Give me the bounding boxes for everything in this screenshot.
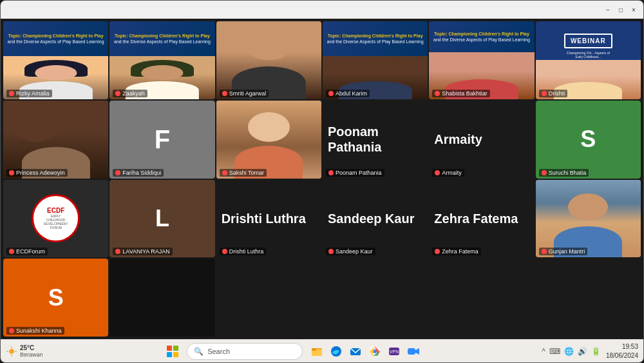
name-lavaniya: LAVANIYA RAJAN bbox=[113, 248, 173, 255]
mail-icon[interactable] bbox=[349, 345, 362, 358]
avatar-fariha: F bbox=[109, 101, 214, 179]
banner-subtext-2: and the Diverse Aspects of Play Based Le… bbox=[114, 39, 211, 44]
banner-text-4: Topic: Championing Children's Right to P… bbox=[434, 31, 529, 37]
name-sakshi: Sakshi Tomar bbox=[220, 169, 267, 177]
keyboard-icon[interactable]: ⌨ bbox=[549, 347, 560, 356]
webinar-badge: WEBINAR bbox=[564, 34, 612, 48]
mic-icon-18 bbox=[542, 249, 547, 254]
taskbar-center: 🔍 Search bbox=[48, 342, 538, 360]
mic-icon-7 bbox=[9, 170, 14, 175]
mic-icon-15 bbox=[222, 249, 227, 254]
participant-cell-abdulkarim[interactable]: Topic: Championing Children's Right to P… bbox=[323, 21, 428, 99]
participant-cell-poonam[interactable]: Poonam Pathania Poonam Pathania bbox=[323, 101, 428, 179]
edge-icon[interactable] bbox=[330, 345, 343, 358]
mic-icon-3 bbox=[222, 91, 227, 96]
mic-icon-16 bbox=[328, 249, 334, 254]
name-poonam: Poonam Pathania bbox=[326, 169, 384, 177]
search-bar[interactable]: 🔍 Search bbox=[187, 343, 303, 360]
name-drishti-l: Drishti Luthra bbox=[220, 248, 267, 255]
maximize-button[interactable]: □ bbox=[616, 5, 625, 14]
name-sunakshi: Sunakshi Khanna bbox=[6, 327, 64, 335]
svg-rect-14 bbox=[408, 348, 415, 355]
mic-icon-4 bbox=[328, 91, 334, 96]
mic-icon-11 bbox=[435, 170, 440, 175]
battery-icon[interactable]: 🔋 bbox=[591, 347, 601, 356]
participant-cell-ecdforum[interactable]: ECDF EARLYCHILDHOODDEVELOPMENTFORUM ECDF… bbox=[3, 180, 108, 258]
participant-cell-zaakyah[interactable]: Topic: Championing Children's Right to P… bbox=[109, 21, 214, 99]
weather-icon bbox=[6, 346, 17, 357]
mic-icon-8 bbox=[115, 170, 120, 175]
taskbar: 25°C Berawan 🔍 Search bbox=[1, 339, 643, 362]
avatar-suruchi: S bbox=[536, 101, 641, 179]
network-icon[interactable]: 🌐 bbox=[564, 347, 574, 356]
taskbar-right: ^ ⌨ 🌐 🔊 🔋 19:53 18/06/2024 bbox=[542, 342, 638, 360]
zoom-icon[interactable] bbox=[407, 345, 420, 358]
weather-widget[interactable]: 25°C Berawan bbox=[6, 344, 44, 358]
participant-cell-zehra[interactable]: Zehra Fatema Zehra Fatema bbox=[429, 180, 534, 258]
large-name-sandeep: Sandeep Kaur bbox=[328, 211, 414, 226]
name-fariha: Fariha Siddiqui bbox=[113, 169, 164, 177]
participant-cell-princess[interactable]: Princess Adewoyin bbox=[3, 101, 108, 179]
chrome-icon[interactable] bbox=[368, 345, 381, 358]
name-gunjan: Gunjan Mantri bbox=[539, 248, 588, 255]
calendar-date: 18/06/2024 bbox=[606, 351, 638, 360]
mic-icon bbox=[9, 91, 14, 96]
taskbar-left: 25°C Berawan bbox=[6, 344, 44, 358]
mic-icon-17 bbox=[435, 249, 440, 254]
participant-cell-shabista[interactable]: Topic: Championing Children's Right to P… bbox=[429, 21, 534, 99]
mic-icon-2 bbox=[115, 91, 120, 96]
time-date-display[interactable]: 19:53 18/06/2024 bbox=[606, 342, 638, 360]
clock: 19:53 bbox=[606, 342, 638, 351]
large-name-armaity: Armaity bbox=[434, 132, 482, 147]
window-frame: − □ × Topic: Championing Children's Righ… bbox=[0, 0, 644, 363]
chevron-icon[interactable]: ^ bbox=[542, 347, 545, 356]
main-area: Topic: Championing Children's Right to P… bbox=[1, 19, 643, 362]
system-tray: ^ ⌨ 🌐 🔊 🔋 bbox=[542, 347, 601, 356]
name-zehra: Zehra Fatema bbox=[432, 248, 481, 255]
file-explorer-icon[interactable] bbox=[310, 345, 323, 358]
avatar-sunakshi: S bbox=[3, 259, 108, 337]
volume-icon[interactable]: 🔊 bbox=[578, 347, 587, 356]
participant-cell-drishti[interactable]: WEBINAR Championing Chi... Aspects ofEar… bbox=[536, 21, 641, 99]
banner-subtext-4: and the Diverse Aspects of Play Based Le… bbox=[433, 37, 530, 43]
banner-text-1: Topic: Championing Children's Right to P… bbox=[8, 33, 104, 39]
vpn-icon[interactable]: VPN bbox=[388, 345, 401, 358]
participant-cell-fariha[interactable]: F Fariha Siddiqui bbox=[109, 101, 214, 179]
mic-icon-6 bbox=[542, 91, 547, 96]
mic-icon-9 bbox=[222, 170, 227, 175]
participant-cell-sakshi[interactable]: Sakshi Tomar bbox=[216, 101, 321, 179]
participant-cell-rizky[interactable]: Topic: Championing Children's Right to P… bbox=[3, 21, 108, 99]
name-smriti: Smriti Agarwal bbox=[220, 90, 269, 97]
large-name-zehra: Zehra Fatema bbox=[434, 211, 518, 226]
start-button[interactable] bbox=[164, 342, 182, 360]
banner-subtext-1: and the Diverse Aspects of Play Based Le… bbox=[8, 39, 104, 44]
windows-logo bbox=[167, 346, 178, 357]
participant-cell-drishti-l[interactable]: Drishti Luthra Drishti Luthra bbox=[216, 180, 321, 258]
large-name-poonam: Poonam bbox=[328, 124, 379, 139]
participant-cell-smriti[interactable]: Smriti Agarwal bbox=[216, 21, 321, 99]
video-grid: Topic: Championing Children's Right to P… bbox=[1, 19, 643, 339]
search-icon: 🔍 bbox=[194, 347, 204, 356]
participant-cell-gunjan[interactable]: Gunjan Mantri bbox=[536, 180, 641, 258]
ecdf-logo: ECDF EARLYCHILDHOODDEVELOPMENTFORUM bbox=[32, 194, 80, 242]
name-suruchi: Suruchi Bhatia bbox=[539, 169, 589, 177]
participant-cell-suruchi[interactable]: S Suruchi Bhatia bbox=[536, 101, 641, 179]
mic-icon-10 bbox=[328, 170, 334, 175]
close-button[interactable]: × bbox=[629, 5, 638, 14]
weather-city: Berawan bbox=[20, 351, 43, 358]
name-drishti: Drishti bbox=[539, 90, 568, 97]
participant-cell-sandeep[interactable]: Sandeep Kaur Sandeep Kaur bbox=[323, 180, 428, 258]
mic-icon-14 bbox=[115, 249, 120, 254]
banner-text-3: Topic: Championing Children's Right to P… bbox=[328, 33, 423, 39]
empty-cell bbox=[109, 259, 214, 337]
svg-point-0 bbox=[9, 349, 14, 354]
banner-subtext-3: and the Diverse Aspects of Play Based Le… bbox=[327, 39, 424, 44]
banner-text-2: Topic: Championing Children's Right to P… bbox=[115, 33, 210, 39]
participant-cell-lavaniya[interactable]: L LAVANIYA RAJAN bbox=[109, 180, 214, 258]
participant-cell-armaity[interactable]: Armaity Armaity bbox=[429, 101, 534, 179]
name-sandeep: Sandeep Kaur bbox=[326, 248, 375, 255]
participant-cell-sunakshi[interactable]: S Sunakshi Khanna bbox=[3, 259, 108, 337]
name-abdulkarim: Abdul Karim bbox=[326, 90, 370, 97]
minimize-button[interactable]: − bbox=[603, 5, 612, 14]
svg-marker-15 bbox=[415, 348, 419, 355]
